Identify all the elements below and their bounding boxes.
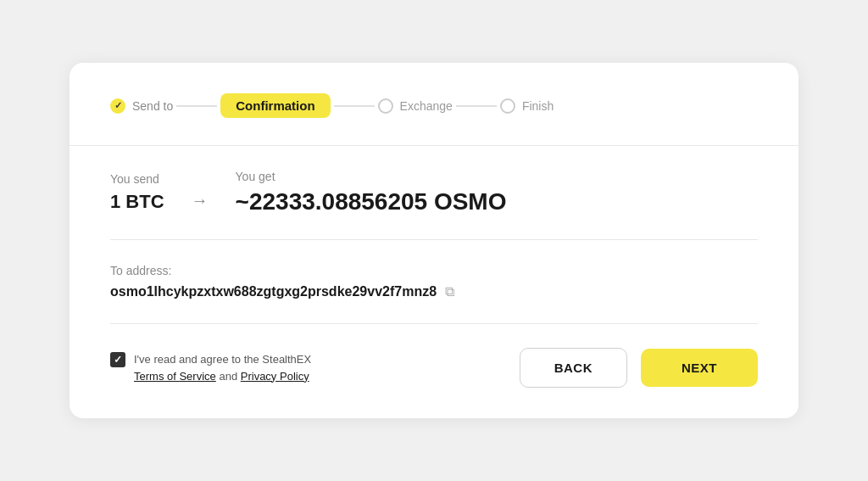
exchange-section: You send 1 BTC → You get ~22333.08856205… xyxy=(110,146,758,240)
send-value: 1 BTC xyxy=(110,191,164,213)
step-label-confirmation: Confirmation xyxy=(220,93,330,118)
terms-of-service-link[interactable]: Terms of Service xyxy=(134,370,216,383)
checkbox-checked[interactable]: ✓ xyxy=(110,352,125,367)
action-buttons: BACK NEXT xyxy=(520,348,758,388)
step-line-1 xyxy=(176,105,217,107)
step-confirmation: Confirmation xyxy=(220,93,330,118)
terms-prefix: I've read and agree to the StealthEX xyxy=(134,353,311,366)
send-section: You send 1 BTC xyxy=(110,172,164,213)
checkmark-icon: ✓ xyxy=(114,101,122,110)
get-value: ~22333.08856205 OSMO xyxy=(236,188,507,215)
step-label-finish: Finish xyxy=(522,99,554,113)
address-row: osmo1lhcykpzxtxw688zgtgxg2prsdke29vv2f7m… xyxy=(110,284,758,299)
copy-icon[interactable]: ⧉ xyxy=(445,284,454,299)
bottom-row: ✓ I've read and agree to the StealthEX T… xyxy=(110,348,758,388)
step-label-send-to: Send to xyxy=(132,99,173,113)
send-label: You send xyxy=(110,172,164,186)
step-line-2 xyxy=(334,105,375,107)
terms-conjunction: and xyxy=(219,370,240,383)
get-section: You get ~22333.08856205 OSMO xyxy=(236,170,507,215)
checkbox-checkmark: ✓ xyxy=(114,354,122,366)
step-exchange: Exchange xyxy=(378,98,453,114)
step-dot-send-to: ✓ xyxy=(110,98,125,114)
step-finish: Finish xyxy=(500,98,554,114)
get-label: You get xyxy=(236,170,507,183)
step-dot-exchange xyxy=(378,98,393,114)
privacy-policy-link[interactable]: Privacy Policy xyxy=(241,370,309,383)
stepper: ✓ Send to Confirmation Exchange Finish xyxy=(110,93,758,118)
terms-text: I've read and agree to the StealthEX Ter… xyxy=(134,351,311,384)
next-button[interactable]: NEXT xyxy=(641,349,758,387)
confirmation-card: ✓ Send to Confirmation Exchange Finish Y… xyxy=(70,63,798,418)
terms-row: ✓ I've read and agree to the StealthEX T… xyxy=(110,351,311,384)
terms-checkbox[interactable]: ✓ xyxy=(110,352,125,367)
arrow-right-icon: → xyxy=(192,176,209,210)
address-value: osmo1lhcykpzxtxw688zgtgxg2prsdke29vv2f7m… xyxy=(110,284,437,299)
step-dot-finish xyxy=(500,98,515,114)
address-section: To address: osmo1lhcykpzxtxw688zgtgxg2pr… xyxy=(110,264,758,324)
step-line-3 xyxy=(456,105,497,107)
address-label: To address: xyxy=(110,264,758,277)
back-button[interactable]: BACK xyxy=(520,348,627,388)
step-label-exchange: Exchange xyxy=(400,99,453,113)
step-send-to: ✓ Send to xyxy=(110,98,173,114)
